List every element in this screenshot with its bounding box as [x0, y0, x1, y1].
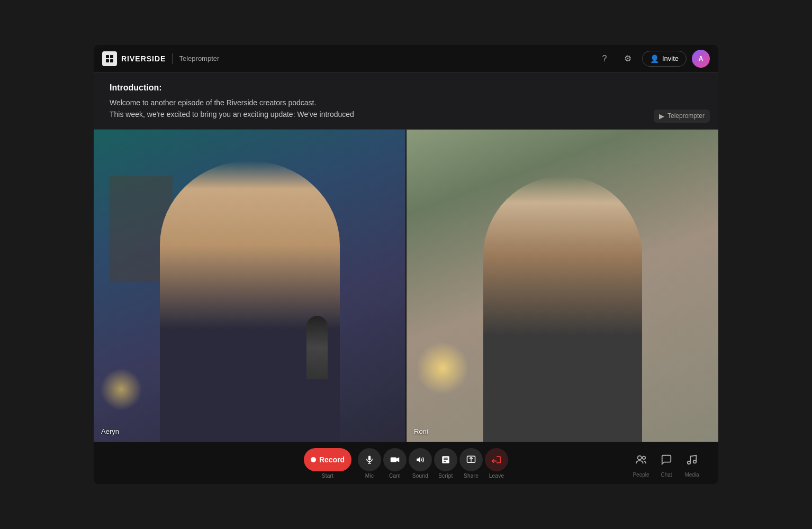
header-divider [172, 53, 173, 64]
teleprompter-heading: Introduction: [110, 83, 702, 93]
video-grid: Aeryn Roni [94, 130, 718, 442]
svg-rect-7 [391, 457, 396, 462]
svg-point-18 [688, 461, 691, 464]
header-left: RIVERSIDE Teleprompter [102, 51, 219, 66]
people-label: People [633, 472, 649, 478]
person-silhouette-roni [483, 176, 642, 442]
share-button[interactable] [459, 448, 483, 471]
teleprompter-badge-icon: ▶ [659, 112, 664, 120]
svg-marker-8 [396, 457, 399, 462]
share-icon [466, 455, 476, 464]
cam-button[interactable] [383, 448, 407, 471]
svg-rect-4 [368, 455, 371, 460]
chat-button[interactable] [656, 449, 677, 470]
lamp-glow-right [416, 342, 469, 395]
media-label: Media [684, 472, 699, 478]
svg-rect-2 [106, 59, 109, 62]
teleprompter-line1: Welcome to another episode of the Rivers… [110, 97, 702, 108]
settings-icon: ⚙ [624, 53, 631, 63]
chat-icon [661, 454, 672, 466]
svg-point-19 [693, 460, 697, 463]
header-right: ? ⚙ 👤 Invite A [596, 50, 710, 68]
person-add-icon: 👤 [650, 54, 659, 63]
people-button[interactable] [630, 449, 652, 470]
cam-group: Cam [383, 448, 407, 479]
mic-label: Mic [365, 473, 374, 479]
video-sim-left [94, 130, 405, 442]
header: RIVERSIDE Teleprompter ? ⚙ 👤 Invite A [94, 45, 718, 72]
people-group: People [630, 449, 652, 478]
participant-name-roni: Roni [414, 427, 428, 435]
media-icon [686, 454, 698, 466]
sound-icon [416, 455, 425, 464]
sound-button[interactable] [409, 448, 432, 471]
leave-icon [491, 454, 502, 465]
page-title: Teleprompter [179, 54, 219, 62]
avatar-initials: A [699, 55, 703, 62]
svg-point-16 [638, 455, 642, 459]
logo-text: RIVERSIDE [121, 54, 166, 63]
record-label: Record [319, 455, 345, 464]
participant-name-aeryn: Aeryn [101, 427, 119, 435]
record-button[interactable]: Record [304, 448, 351, 471]
teleprompter-badge-label: Teleprompter [667, 112, 705, 120]
svg-rect-1 [110, 55, 113, 58]
teleprompter-line2: This week, we're excited to bring you an… [110, 108, 702, 120]
script-group: Script [434, 448, 457, 479]
media-group: Media [681, 449, 702, 478]
svg-marker-9 [417, 457, 420, 463]
teleprompter-text: Introduction: Welcome to another episode… [110, 83, 702, 121]
script-button[interactable] [434, 448, 457, 471]
video-tile-roni: Roni [407, 130, 718, 442]
avatar[interactable]: A [692, 50, 710, 68]
video-sim-right [407, 130, 718, 442]
settings-button[interactable]: ⚙ [619, 50, 637, 68]
logo: RIVERSIDE [102, 51, 166, 66]
bottom-bar: Record Start Mic [94, 442, 718, 484]
logo-icon [102, 51, 117, 66]
svg-rect-3 [110, 59, 113, 62]
microphone-aeryn [306, 316, 328, 379]
sound-label: Sound [412, 473, 428, 479]
share-group: Share [459, 448, 483, 479]
script-label: Script [438, 473, 453, 479]
share-label: Share [464, 473, 479, 479]
media-button[interactable] [681, 449, 702, 470]
invite-label: Invite [662, 54, 679, 62]
svg-point-17 [643, 456, 646, 459]
mic-group: Mic [358, 448, 381, 479]
record-group: Record Start [304, 448, 351, 479]
script-icon [441, 455, 450, 464]
cam-icon [390, 455, 400, 464]
record-dot-icon [311, 457, 316, 462]
leave-group: Leave [485, 448, 508, 479]
teleprompter-banner: Introduction: Welcome to another episode… [94, 72, 718, 130]
mic-button[interactable] [358, 448, 381, 471]
person-silhouette-aeryn [160, 161, 340, 442]
sound-group: Sound [409, 448, 432, 479]
invite-button[interactable]: 👤 Invite [642, 51, 687, 67]
people-icon [635, 454, 647, 466]
lamp-glow [100, 368, 142, 411]
bottom-right-controls: People Chat [508, 449, 702, 478]
video-tile-aeryn: Aeryn [94, 130, 407, 442]
teleprompter-badge[interactable]: ▶ Teleprompter [654, 110, 710, 123]
help-button[interactable]: ? [596, 50, 613, 68]
leave-button[interactable] [485, 448, 508, 471]
help-icon: ? [602, 54, 607, 63]
leave-label: Leave [489, 473, 504, 479]
chat-label: Chat [661, 472, 672, 478]
app-window: RIVERSIDE Teleprompter ? ⚙ 👤 Invite A In… [94, 45, 718, 484]
record-sublabel: Start [322, 473, 334, 479]
chat-group: Chat [656, 449, 677, 478]
mic-icon [365, 455, 374, 464]
bottom-center-controls: Record Start Mic [304, 448, 508, 479]
cam-label: Cam [389, 473, 401, 479]
svg-rect-0 [106, 55, 109, 58]
